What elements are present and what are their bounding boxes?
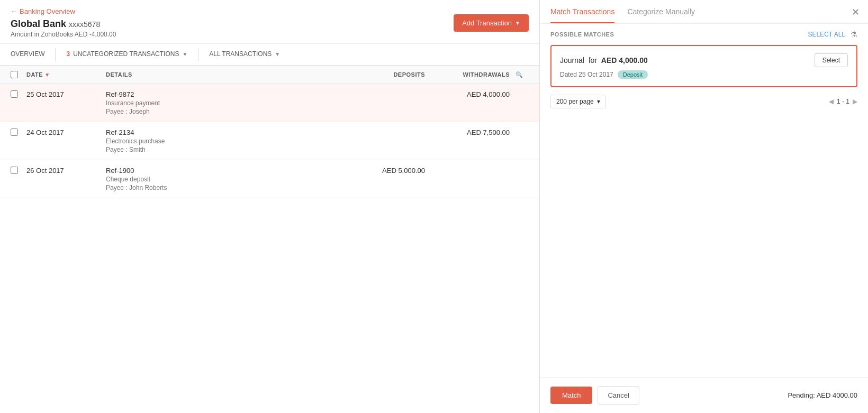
- footer-buttons: Match Cancel: [550, 386, 639, 405]
- cancel-button[interactable]: Cancel: [598, 386, 639, 405]
- table-row: 26 Oct 2017 Ref-1900 Cheque deposit Paye…: [0, 160, 539, 198]
- back-link[interactable]: ← Banking Overview: [11, 7, 116, 15]
- th-search[interactable]: 🔍: [510, 71, 529, 78]
- per-page-select[interactable]: 200 per page ▾: [550, 95, 606, 108]
- prev-page-button[interactable]: ◀: [829, 98, 834, 105]
- row2-details: Ref-2134 Electronics purchase Payee : Sm…: [106, 129, 340, 153]
- tab-uncategorized-arrow: ▼: [182, 51, 187, 57]
- row1-withdrawal: AED 4,000.00: [425, 90, 510, 98]
- close-button[interactable]: ✕: [852, 7, 860, 17]
- checkbox-header: [11, 71, 26, 78]
- bank-name: Global Bank xxxx5678: [11, 19, 116, 30]
- pm-right-controls: SELECT ALL ⚗: [808, 30, 858, 39]
- tab-categorize-manually[interactable]: Categorize Manually: [627, 7, 695, 23]
- row2-date: 24 Oct 2017: [26, 129, 106, 136]
- row1-checkbox[interactable]: [11, 90, 26, 99]
- row3-details: Ref-1900 Cheque deposit Payee : John Rob…: [106, 167, 340, 191]
- match-card-title: Journal for AED 4,000.00: [560, 56, 648, 65]
- back-arrow-icon: ←: [11, 7, 17, 15]
- th-withdrawals: WITHDRAWALS: [425, 71, 510, 78]
- tab-overview[interactable]: OVERVIEW: [0, 44, 55, 65]
- bank-amount: Amount in ZohoBooks AED -4,000.00: [11, 31, 116, 38]
- tab-all-transactions[interactable]: ALL TRANSACTIONS ▼: [198, 44, 291, 65]
- tab-all-arrow: ▼: [275, 51, 280, 57]
- match-card: Journal for AED 4,000.00 Select Dated 25…: [550, 45, 857, 87]
- next-page-button[interactable]: ▶: [853, 98, 857, 105]
- row3-deposit: AED 5,000.00: [340, 167, 425, 175]
- match-card-bottom: Dated 25 Oct 2017 Deposit: [560, 70, 848, 79]
- right-panel: Match Transactions Categorize Manually ✕…: [540, 0, 868, 413]
- bank-info: Global Bank xxxx5678 Amount in ZohoBooks…: [11, 19, 116, 38]
- dropdown-arrow-icon: ▼: [515, 20, 520, 26]
- bank-account: xxxx5678: [69, 20, 100, 29]
- table-row: 24 Oct 2017 Ref-2134 Electronics purchas…: [0, 122, 539, 160]
- filter-icon[interactable]: ⚗: [851, 30, 857, 39]
- select-all-link[interactable]: SELECT ALL: [808, 31, 846, 38]
- left-panel: ← Banking Overview Global Bank xxxx5678 …: [0, 0, 540, 413]
- page-info: ◀ 1 - 1 ▶: [829, 98, 857, 105]
- tabs-bar: OVERVIEW 3 UNCATEGORIZED TRANSACTIONS ▼ …: [0, 44, 539, 66]
- sort-icon: ▼: [44, 72, 50, 78]
- spacer: [540, 116, 868, 377]
- possible-matches-label: POSSIBLE MATCHES: [550, 31, 614, 38]
- row3-checkbox[interactable]: [11, 167, 26, 176]
- per-page-chevron-icon: ▾: [597, 98, 600, 105]
- search-icon: 🔍: [516, 71, 523, 78]
- select-button[interactable]: Select: [815, 53, 848, 67]
- select-all-checkbox[interactable]: [11, 71, 18, 78]
- tab-match-transactions[interactable]: Match Transactions: [550, 7, 614, 23]
- table-row: 25 Oct 2017 Ref-9872 Insurance payment P…: [0, 84, 539, 122]
- back-link-label: Banking Overview: [20, 7, 75, 15]
- pending-amount: Pending: AED 4000.00: [788, 391, 857, 399]
- possible-matches-bar: POSSIBLE MATCHES SELECT ALL ⚗: [540, 24, 868, 45]
- row2-withdrawal: AED 7,500.00: [425, 129, 510, 136]
- th-details: DETAILS: [106, 71, 340, 78]
- match-button[interactable]: Match: [550, 387, 592, 404]
- add-transaction-button[interactable]: Add Transaction ▼: [454, 14, 529, 32]
- tab-uncategorized[interactable]: 3 UNCATEGORIZED TRANSACTIONS ▼: [56, 44, 198, 65]
- match-card-top: Journal for AED 4,000.00 Select: [560, 53, 848, 67]
- th-date[interactable]: DATE ▼: [26, 71, 106, 78]
- deposit-badge: Deposit: [618, 70, 648, 79]
- row2-checkbox[interactable]: [11, 129, 26, 137]
- pagination-bar: 200 per page ▾ ◀ 1 - 1 ▶: [540, 87, 868, 116]
- panel-footer: Match Cancel Pending: AED 4000.00: [540, 377, 868, 413]
- panel-header: Match Transactions Categorize Manually ✕: [540, 0, 868, 24]
- row1-details: Ref-9872 Insurance payment Payee : Josep…: [106, 90, 340, 115]
- match-card-date: Dated 25 Oct 2017: [560, 71, 613, 78]
- row3-date: 26 Oct 2017: [26, 167, 106, 175]
- th-deposits: DEPOSITS: [340, 71, 425, 78]
- table-body: 25 Oct 2017 Ref-9872 Insurance payment P…: [0, 84, 539, 413]
- row1-date: 25 Oct 2017: [26, 90, 106, 98]
- table-header: DATE ▼ DETAILS DEPOSITS WITHDRAWALS 🔍: [0, 66, 539, 84]
- top-bar: ← Banking Overview Global Bank xxxx5678 …: [0, 0, 539, 44]
